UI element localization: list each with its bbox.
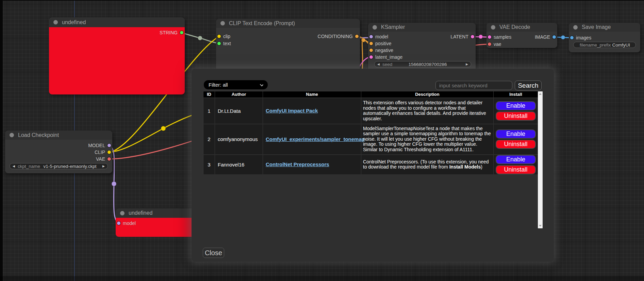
- cell-install: Enable Uninstall: [494, 155, 538, 175]
- port-dot[interactable]: [217, 42, 221, 45]
- port-label: VAE: [96, 156, 105, 162]
- enable-button[interactable]: Enable: [496, 155, 536, 164]
- output-port-image[interactable]: IMAGE: [532, 34, 556, 40]
- port-dot[interactable]: [369, 49, 373, 52]
- port-dot[interactable]: [108, 151, 111, 154]
- node-title: CLIP Text Encode (Prompt): [229, 20, 295, 27]
- output-port-model[interactable]: MODEL: [86, 143, 111, 148]
- seed-widget[interactable]: ◀ seed 156680208700286 ▶: [374, 61, 471, 67]
- port-dot[interactable]: [369, 42, 373, 45]
- port-dot[interactable]: [570, 36, 574, 39]
- port-dot[interactable]: [108, 144, 111, 147]
- enable-button[interactable]: Enable: [496, 129, 536, 139]
- node-titlebar: Save Image: [569, 23, 640, 32]
- port-dot[interactable]: [488, 42, 491, 46]
- close-button[interactable]: Close: [203, 248, 224, 258]
- input-port-text[interactable]: text: [217, 41, 233, 46]
- output-port-string[interactable]: STRING: [157, 30, 183, 35]
- cell-author: Fannovel16: [215, 155, 263, 175]
- input-port-vae[interactable]: vae: [488, 41, 504, 47]
- widget-value: v1-5-pruned-emaonly.ckpt: [40, 164, 100, 169]
- cell-description: ControlNet Preprocessors. (To use this e…: [361, 155, 494, 175]
- reroute-dot-latent: [479, 35, 483, 39]
- decrement-arrow-icon[interactable]: ◀: [10, 164, 18, 168]
- reroute-dot-clip: [161, 126, 166, 131]
- increment-arrow-icon[interactable]: ▶: [463, 63, 471, 66]
- canvas-bottom-edge: [0, 276, 644, 281]
- decrement-arrow-icon[interactable]: ◀: [375, 63, 382, 66]
- node-collapse-dot[interactable]: [573, 25, 578, 30]
- widget-value: ComfyUI: [611, 42, 635, 48]
- increment-arrow-icon[interactable]: ▶: [100, 164, 108, 168]
- canvas-left-edge: [0, 0, 3, 281]
- node-load-checkpoint[interactable]: Load Checkpoint MODEL CLIP VAE ◀ ckpt_na…: [5, 130, 112, 173]
- cell-author: Dr.Lt.Data: [215, 98, 263, 124]
- node-collapse-dot[interactable]: [373, 25, 377, 30]
- node-undefined-top[interactable]: undefined STRING: [49, 17, 185, 94]
- scroll-up-icon[interactable]: [539, 93, 542, 95]
- node-clip-text-encode[interactable]: CLIP Text Encode (Prompt) clip text COND…: [216, 19, 360, 76]
- port-label: clip: [223, 34, 230, 39]
- node-collapse-dot[interactable]: [53, 20, 58, 24]
- enable-button[interactable]: Enable: [496, 101, 536, 110]
- output-port-latent[interactable]: LATENT: [448, 34, 474, 39]
- node-title: Save Image: [582, 24, 611, 30]
- input-port-model[interactable]: model: [117, 221, 138, 226]
- port-dot[interactable]: [355, 35, 359, 38]
- port-dot[interactable]: [369, 55, 373, 59]
- port-label: negative: [375, 48, 393, 53]
- port-label: STRING: [160, 30, 178, 35]
- filename-prefix-widget[interactable]: filename_prefix ComfyUI: [573, 42, 636, 48]
- node-collapse-dot[interactable]: [10, 133, 14, 137]
- port-label: CONDITIONING: [318, 34, 353, 39]
- header-description: Description: [361, 91, 494, 98]
- output-port-vae[interactable]: VAE: [94, 156, 111, 162]
- input-port-images[interactable]: images: [570, 35, 594, 40]
- node-save-image[interactable]: Save Image images filename_prefix ComfyU…: [569, 23, 640, 52]
- port-dot[interactable]: [471, 35, 474, 38]
- uninstall-button[interactable]: Uninstall: [496, 111, 536, 121]
- scroll-down-icon[interactable]: [539, 225, 542, 227]
- input-port-samples[interactable]: samples: [488, 34, 514, 40]
- table-scrollbar[interactable]: [538, 91, 543, 228]
- uninstall-button[interactable]: Uninstall: [496, 165, 536, 174]
- output-port-conditioning[interactable]: CONDITIONING: [315, 34, 359, 39]
- node-collapse-dot[interactable]: [491, 25, 495, 30]
- cell-description: This extension offers various detector n…: [361, 98, 494, 124]
- extension-link[interactable]: ComfyUI Impact Pack: [266, 108, 318, 113]
- node-titlebar: CLIP Text Encode (Prompt): [216, 19, 360, 28]
- search-button[interactable]: Search: [515, 81, 542, 90]
- input-port-latent-image[interactable]: latent_image: [369, 54, 405, 60]
- input-port-clip[interactable]: clip: [217, 34, 233, 39]
- filter-select[interactable]: Filter: all: [204, 80, 268, 89]
- port-dot[interactable]: [488, 35, 491, 39]
- input-port-positive[interactable]: positive: [369, 41, 394, 46]
- canvas-top-edge: [0, 0, 644, 1]
- node-collapse-dot[interactable]: [120, 211, 125, 215]
- chevron-down-icon: [260, 83, 263, 86]
- search-input[interactable]: [435, 81, 512, 90]
- node-vae-decode[interactable]: VAE Decode samples vae IMAGE: [486, 23, 557, 48]
- port-dot[interactable]: [217, 35, 221, 38]
- input-port-negative[interactable]: negative: [369, 48, 396, 53]
- port-dot[interactable]: [369, 35, 373, 38]
- port-dot[interactable]: [180, 31, 183, 34]
- extension-link[interactable]: ComfyUI_experiments/sampler_tonemap: [266, 136, 365, 142]
- port-dot[interactable]: [117, 222, 120, 225]
- widget-value: 156680208700286: [392, 62, 463, 67]
- output-port-clip[interactable]: CLIP: [92, 150, 111, 155]
- node-collapse-dot[interactable]: [220, 21, 225, 25]
- node-graph-canvas[interactable]: undefined STRING CLIP Text Encode (Promp…: [0, 0, 644, 281]
- node-undefined-bottom[interactable]: undefined model: [116, 208, 197, 237]
- input-port-model[interactable]: model: [369, 34, 391, 39]
- uninstall-button[interactable]: Uninstall: [496, 140, 536, 149]
- cell-name: ComfyUI Impact Pack: [263, 98, 361, 124]
- node-ksampler[interactable]: KSampler model positive negative latent_…: [368, 23, 476, 72]
- port-dot[interactable]: [108, 157, 111, 161]
- extension-link[interactable]: ControlNet Preprocessors: [266, 161, 329, 167]
- ckpt-name-widget[interactable]: ◀ ckpt_name v1-5-pruned-emaonly.ckpt ▶: [10, 163, 108, 169]
- port-dot[interactable]: [552, 35, 556, 39]
- node-titlebar: undefined: [116, 208, 197, 218]
- node-titlebar: Load Checkpoint: [5, 130, 112, 140]
- extension-table-container[interactable]: ID Author Name Description Install 1 Dr.…: [203, 91, 543, 228]
